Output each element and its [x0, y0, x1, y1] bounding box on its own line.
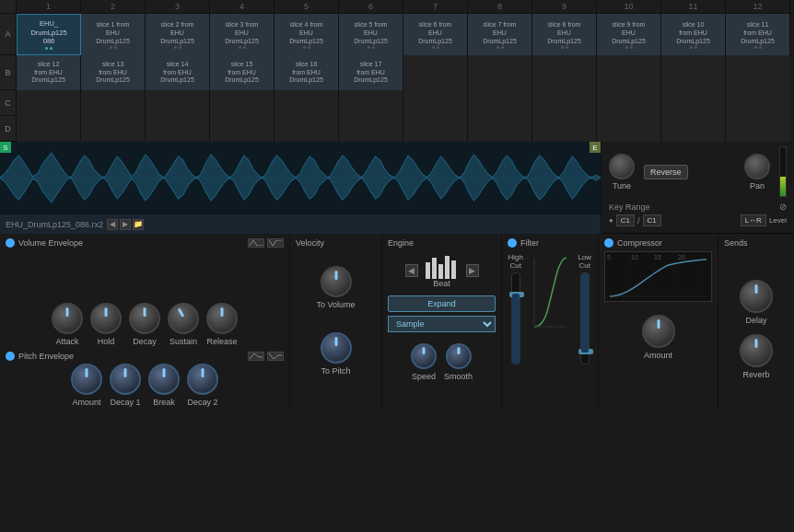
cell-a9[interactable]: slice 8 fromEHUDrumLp125 — [532, 14, 597, 55]
waveform-area[interactable]: S E EHU_DrumLp125_086.rx2 ◀ ▶ 📁 — [0, 142, 601, 233]
cell-d11[interactable] — [661, 116, 726, 142]
cell-c10[interactable] — [597, 90, 661, 116]
col-header-12: 12 — [726, 0, 790, 13]
reverse-button[interactable]: Reverse — [644, 165, 688, 179]
vol-env-shape-btn[interactable] — [248, 238, 264, 248]
cell-c3[interactable] — [146, 90, 210, 116]
release-knob[interactable] — [206, 303, 238, 334]
svg-rect-2 — [432, 258, 437, 279]
reverb-knob[interactable] — [740, 334, 773, 367]
cell-d5[interactable] — [274, 116, 339, 142]
sustain-knob[interactable] — [168, 303, 199, 334]
comp-icon — [604, 238, 613, 248]
cell-d3[interactable] — [146, 116, 210, 142]
waveform-folder-btn[interactable]: 📁 — [133, 219, 144, 230]
engine-next-btn[interactable]: ▶ — [466, 264, 479, 277]
hold-knob[interactable] — [90, 303, 122, 334]
break-knob[interactable] — [148, 364, 180, 395]
pitch-env-btn1[interactable] — [248, 352, 264, 361]
high-cut-label: High Cut — [508, 253, 524, 270]
sends-panel: Sends Delay Reverb — [718, 234, 794, 411]
cell-c6[interactable] — [339, 90, 403, 116]
cell-a1[interactable]: EHU_DrumLp125086 — [17, 14, 81, 55]
cell-a2[interactable]: slice 1 fromEHUDrumLp125 — [81, 14, 146, 55]
delay-knob[interactable] — [740, 280, 773, 313]
cell-c5[interactable] — [274, 90, 339, 116]
high-cut-slider[interactable] — [511, 272, 520, 364]
cell-c1[interactable] — [17, 90, 81, 116]
cell-d6[interactable] — [339, 116, 403, 142]
waveform-controls: Tune Reverse Pan Key Range ⊘ ● C1 — [601, 142, 794, 233]
row-label-b: B — [0, 55, 17, 89]
cell-a7[interactable]: slice 6 fromEHUDrumLp125 — [403, 14, 468, 55]
engine-sample-select[interactable]: Sample — [388, 316, 496, 332]
cell-b10[interactable] — [597, 55, 661, 90]
low-cut-label: Low Cut — [578, 253, 593, 270]
cell-a10[interactable]: slice 9 fromEHUDrumLp125 — [597, 14, 661, 55]
stereo-mode-btn[interactable]: L↔R — [741, 214, 766, 226]
cell-d1[interactable] — [17, 116, 81, 142]
waveform-prev-btn[interactable]: ◀ — [107, 219, 118, 230]
cell-d8[interactable] — [468, 116, 532, 142]
tune-knob[interactable] — [609, 154, 635, 179]
cell-b3[interactable]: slice 14from EHUDrumLp125 — [146, 55, 210, 90]
decay-knob[interactable] — [129, 303, 160, 334]
decay2-knob[interactable] — [187, 364, 218, 395]
row-label-a: A — [0, 14, 17, 54]
cell-d2[interactable] — [81, 116, 146, 142]
sustain-knob-group: Sustain — [168, 303, 199, 346]
cell-a8[interactable]: slice 7 fromEHUDrumLp125 — [468, 14, 532, 55]
cell-c12[interactable] — [726, 90, 790, 116]
low-cut-fill — [581, 273, 589, 353]
cell-a6[interactable]: slice 5 fromEHUDrumLp125 — [339, 14, 403, 55]
cell-b12[interactable] — [726, 55, 790, 90]
velocity-to-pitch-knob[interactable] — [321, 332, 352, 364]
speed-knob[interactable] — [411, 343, 437, 369]
cell-b2[interactable]: slice 13from EHUDrumLp125 — [81, 55, 146, 90]
cell-d10[interactable] — [597, 116, 661, 142]
low-cut-slider[interactable] — [580, 272, 590, 364]
waveform-next-btn[interactable]: ▶ — [120, 219, 131, 230]
cell-a3[interactable]: slice 2 fromEHUDrumLp125 — [146, 14, 210, 55]
pitch-env-btn2[interactable] — [267, 352, 284, 361]
cell-a11[interactable]: slice 10from EHUDrumLp125 — [661, 14, 726, 55]
cell-b5[interactable]: slice 16from EHUDrumLp125 — [274, 55, 339, 90]
cell-b8[interactable] — [468, 55, 532, 90]
engine-expand-btn[interactable]: Expand — [388, 295, 496, 312]
comp-amount-knob[interactable] — [642, 315, 675, 348]
cell-b11[interactable] — [661, 55, 726, 90]
cell-b6[interactable]: slice 17from EHUDrumLp125 — [339, 55, 403, 90]
cell-c9[interactable] — [532, 90, 597, 116]
cell-d12[interactable] — [726, 116, 790, 142]
cell-a4[interactable]: slice 3 fromEHUDrumLp125 — [210, 14, 274, 55]
cell-c4[interactable] — [210, 90, 274, 116]
hold-knob-group: Hold — [90, 303, 122, 346]
cell-d9[interactable] — [532, 116, 597, 142]
cell-d7[interactable] — [403, 116, 468, 142]
key-range-start[interactable]: C1 — [616, 214, 635, 226]
engine-beat-icon — [424, 253, 461, 279]
vol-env-mode-btn[interactable] — [267, 238, 284, 248]
cell-c7[interactable] — [403, 90, 468, 116]
attack-label: Attack — [55, 337, 78, 346]
cell-c8[interactable] — [468, 90, 532, 116]
decay1-knob[interactable] — [110, 364, 141, 395]
pan-knob[interactable] — [744, 154, 770, 179]
col-header-4: 4 — [210, 0, 274, 13]
cell-d4[interactable] — [210, 116, 274, 142]
velocity-to-volume-knob[interactable] — [321, 266, 352, 297]
cell-a12[interactable]: slice 11from EHUDrumLp125 — [726, 14, 790, 55]
cell-a5[interactable]: slice 4 fromEHUDrumLp125 — [274, 14, 339, 55]
cell-c2[interactable] — [81, 90, 146, 116]
cell-b4[interactable]: slice 15from EHUDrumLp125 — [210, 55, 274, 90]
cell-b9[interactable] — [532, 55, 597, 90]
attack-knob[interactable] — [52, 303, 83, 334]
amount-knob[interactable] — [71, 364, 102, 395]
cell-b1[interactable]: slice 12from EHUDrumLp125 — [17, 55, 81, 90]
cell-c11[interactable] — [661, 90, 726, 116]
engine-prev-btn[interactable]: ◀ — [405, 264, 418, 277]
high-cut-fill — [512, 294, 520, 364]
key-range-end[interactable]: C1 — [643, 214, 661, 226]
smooth-knob[interactable] — [446, 343, 472, 369]
cell-b7[interactable] — [403, 55, 468, 90]
